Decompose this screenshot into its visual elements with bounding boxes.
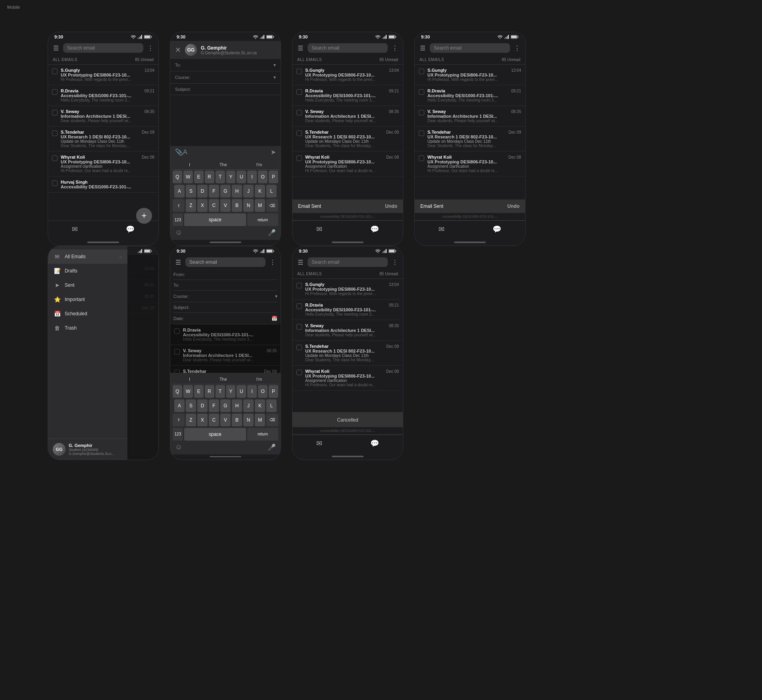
email-item-4-4[interactable]: Whyrat KoliDec 08 UX Prototyping DESI806… (415, 152, 525, 176)
key-return[interactable]: return (247, 213, 278, 226)
checkbox-7-0[interactable] (296, 283, 302, 288)
key-6-w[interactable]: W (183, 385, 193, 398)
nav-inbox-icon-7[interactable]: ✉ (316, 439, 322, 448)
email-item-7-2[interactable]: V. Seway08:35 Information Architecture 1… (292, 320, 403, 341)
more-icon-6[interactable]: ⋮ (269, 259, 277, 266)
checkbox-7-1[interactable] (296, 303, 302, 309)
sidebar-item-scheduled[interactable]: 📅 Scheduled (48, 307, 127, 321)
checkbox-1[interactable] (52, 89, 58, 95)
checkbox-5[interactable] (52, 180, 58, 186)
key-6-p[interactable]: P (269, 385, 278, 398)
nav-compose-icon-3[interactable]: 💬 (370, 225, 379, 234)
key-y[interactable]: Y (226, 171, 236, 183)
key-6-num[interactable]: 123 (173, 428, 183, 441)
email-item-3-1[interactable]: R.Dravia09:21 Accessibility DESI1000-F23… (292, 85, 403, 106)
email-item-7-3[interactable]: S.TendeharDec 09 UX Research 1 DESI 802-… (292, 341, 403, 366)
key-d[interactable]: D (197, 185, 208, 198)
compose-close-btn[interactable]: ✕ (175, 46, 181, 54)
key-6-b[interactable]: B (232, 414, 242, 426)
key-z[interactable]: Z (186, 199, 196, 212)
email-item-3-2[interactable]: V. Seway08:35 Information Architecture 1… (292, 106, 403, 127)
filter-to[interactable]: To: (173, 280, 277, 291)
checkbox-3-2[interactable] (296, 110, 302, 115)
checkbox-6-2[interactable] (174, 349, 180, 355)
key-v[interactable]: V (220, 199, 231, 212)
suggestion-6-2[interactable]: I'm (253, 376, 265, 382)
key-t[interactable]: T (216, 171, 225, 183)
email-item-0[interactable]: S.Gungly13:04 UX Prototyping DESI806-F23… (48, 65, 158, 85)
key-u[interactable]: U (237, 171, 246, 183)
key-p[interactable]: P (269, 171, 278, 183)
checkbox-6-1[interactable] (174, 328, 180, 334)
key-6-return[interactable]: return (247, 428, 278, 441)
search-bar-3[interactable]: Search email (308, 43, 388, 53)
key-6-n[interactable]: N (243, 414, 254, 426)
email-item-7-0[interactable]: S.Gungly13:04 UX Prototyping DESI806-F23… (292, 279, 403, 299)
nav-compose-icon-4[interactable]: 💬 (493, 225, 501, 234)
key-6-m[interactable]: M (255, 414, 265, 426)
key-6-e[interactable]: E (194, 385, 204, 398)
checkbox-3-4[interactable] (296, 155, 302, 161)
key-i[interactable]: I (247, 171, 257, 183)
more-icon-4[interactable]: ⋮ (513, 44, 521, 52)
date-picker-icon[interactable]: 📅 (271, 316, 277, 321)
sidebar-item-trash[interactable]: 🗑 Trash (48, 321, 127, 335)
checkbox-4-2[interactable] (419, 110, 424, 115)
email-item-4-0[interactable]: S.Gungly13:04 UX Prototyping DESI806-F23… (415, 65, 525, 85)
checkbox-7-3[interactable] (296, 345, 302, 350)
suggestion-6-0[interactable]: I (186, 376, 193, 382)
key-num[interactable]: 123 (173, 213, 183, 226)
key-b[interactable]: B (232, 199, 242, 212)
checkbox-3-3[interactable] (296, 130, 302, 136)
checkbox-3-1[interactable] (296, 89, 302, 95)
checkbox-4-4[interactable] (419, 155, 424, 161)
key-6-backspace[interactable]: ⌫ (266, 414, 278, 426)
key-6-l[interactable]: L (266, 399, 277, 412)
sidebar-item-drafts[interactable]: 📝 Drafts (48, 264, 127, 278)
key-g[interactable]: G (220, 185, 231, 198)
key-6-h[interactable]: H (232, 399, 242, 412)
key-r[interactable]: R (205, 171, 214, 183)
key-6-v[interactable]: V (220, 414, 231, 426)
key-space[interactable]: space (184, 213, 246, 226)
key-6-shift[interactable]: ⇧ (173, 414, 185, 426)
key-w[interactable]: W (183, 171, 193, 183)
key-h[interactable]: H (232, 185, 242, 198)
key-l[interactable]: L (266, 185, 277, 198)
email-item-4-1[interactable]: R.Dravia09:21 Accessibility DESI1000-F23… (415, 85, 525, 106)
suggestion-0[interactable]: I (186, 161, 193, 168)
attach-icon[interactable]: 📎 (175, 148, 183, 156)
course-filter-dropdown[interactable]: ▾ (275, 293, 277, 299)
search-bar-6[interactable]: Search email (185, 257, 266, 267)
to-dropdown[interactable]: ▾ (273, 62, 276, 68)
filter-from[interactable]: From: (173, 269, 277, 280)
key-a[interactable]: A (174, 185, 185, 198)
email-item-4-3[interactable]: S.TendeharDec 09 UX Research 1 DESI 802-… (415, 127, 525, 152)
key-6-f[interactable]: F (209, 399, 219, 412)
email-item-4[interactable]: Whyrat KoliDec 08 UX Prototyping DESI806… (48, 152, 158, 176)
sidebar-item-important[interactable]: ⭐ Important (48, 292, 127, 307)
filter-course[interactable]: Course: ▾ (173, 291, 277, 302)
hamburger-icon-1[interactable]: ☰ (52, 44, 60, 52)
mic-icon-6[interactable]: 🎤 (268, 443, 276, 451)
email-item-1[interactable]: R.Dravia09:21 Accessibility DESI1000-F23… (48, 85, 158, 106)
course-dropdown[interactable]: ▾ (273, 75, 276, 80)
nav-inbox-icon-1[interactable]: ✉ (72, 225, 78, 234)
toast-undo-4[interactable]: Undo (507, 203, 520, 209)
more-icon-1[interactable]: ⋮ (146, 44, 154, 52)
checkbox-4[interactable] (52, 155, 58, 161)
key-n[interactable]: N (243, 199, 254, 212)
search-bar-7[interactable]: Search email (308, 257, 388, 267)
search-bar-1[interactable]: Search email (63, 43, 143, 53)
emoji-icon-6[interactable]: ☺ (175, 443, 182, 451)
email-item-3[interactable]: S.TendeharDec 09 UX Research 1 DESI 802-… (48, 127, 158, 152)
key-6-d[interactable]: D (197, 399, 208, 412)
key-6-j[interactable]: J (243, 399, 254, 412)
key-6-k[interactable]: K (255, 399, 265, 412)
key-6-i[interactable]: I (247, 385, 257, 398)
key-k[interactable]: K (255, 185, 265, 198)
compose-fab-1[interactable]: + (136, 208, 152, 224)
nav-compose-icon-1[interactable]: 💬 (126, 225, 135, 234)
compose-subject-field[interactable]: Subject: (170, 84, 281, 95)
key-6-u[interactable]: U (237, 385, 246, 398)
